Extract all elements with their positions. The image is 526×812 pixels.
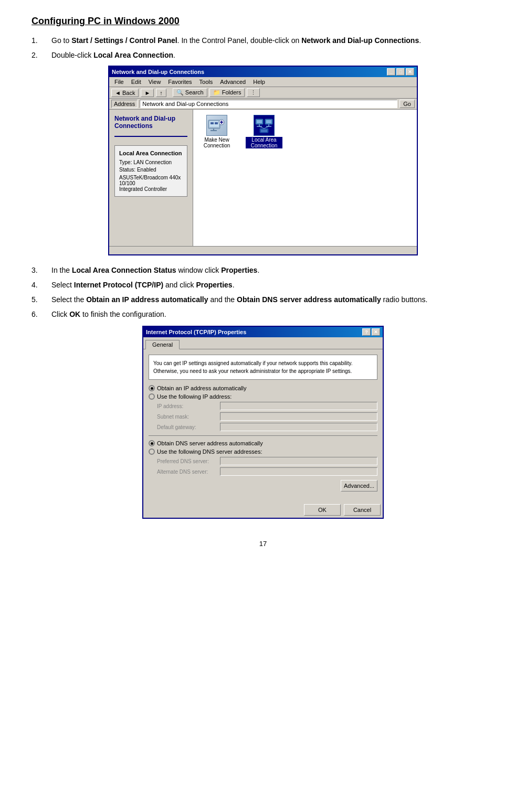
svg-rect-10 [257,120,262,123]
step-5-text-mid: and the [208,295,237,304]
toolbar-more[interactable]: ⋮ [247,88,260,97]
radio-ip-manual-row: Use the following IP address: [149,393,377,400]
field-alternate-label: Alternate DNS server: [157,469,220,475]
field-ip-label: IP address: [157,403,220,409]
toolbar-folders[interactable]: 📁 Folders [209,88,245,97]
tcpip-screenshot: Internet Protocol (TCP/IP) Properties ? … [31,326,495,519]
svg-rect-3 [215,122,218,124]
step-3-text-after: . [257,266,259,274]
info-status: Status: Enabled [119,167,183,173]
step-2-num: 2. [31,51,46,59]
radio-dns-manual[interactable] [149,448,155,455]
step-3-content: In the Local Area Connection Status wind… [51,266,495,274]
menu-file[interactable]: File [111,78,127,86]
dialup-sidebar: Network and Dial-up Connections Local Ar… [109,110,193,246]
step-6-text-after: to finish the configuration. [80,310,166,318]
close-button[interactable]: ✕ [406,68,414,76]
icon-local-area-connection[interactable]: Local Area Connection [246,115,282,148]
field-gateway-label: Default gateway: [157,424,220,430]
step-1-bold1: Start / Settings / Control Panel [71,36,177,45]
toolbar-forward[interactable]: ► [141,89,154,97]
radio-dns-auto[interactable] [149,440,155,446]
step-3-bold2: Properties [221,266,257,274]
page-number: 17 [31,540,495,548]
toolbar-up[interactable]: ↑ [156,89,166,97]
screenshot-1-container: Network and Dial-up Connections _ □ ✕ Fi… [31,66,495,255]
radio-ip-auto[interactable] [149,385,155,391]
dialup-icons-row: Make New Connection [198,115,412,148]
local-area-connection-icon [254,115,275,136]
toolbar-search[interactable]: 🔍 Search [173,88,207,97]
ok-button[interactable]: OK [304,504,341,516]
info-panel-title: Local Area Connection [119,150,183,156]
step-5-content: Select the Obtain an IP address automati… [51,295,495,304]
step-3-text-before: In the [51,266,72,274]
menu-favorites[interactable]: Favorites [165,78,195,86]
menu-help[interactable]: Help [250,78,268,86]
step-1: 1. Go to Start / Settings / Control Pane… [31,36,495,45]
menu-edit[interactable]: Edit [128,78,144,86]
dialup-addressbar: Address Network and Dial-up Connections … [109,99,417,110]
field-gateway-input [220,423,377,431]
go-button[interactable]: Go [399,100,415,108]
make-new-connection-icon [206,115,227,136]
radio-ip-manual[interactable] [149,393,155,400]
tcpip-info-text: You can get IP settings assigned automat… [149,355,377,380]
maximize-button[interactable]: □ [396,68,405,76]
step-1-content: Go to Start / Settings / Control Panel. … [51,36,495,45]
dialup-toolbar: ◄ Back ► ↑ 🔍 Search 📁 Folders ⋮ [109,87,417,99]
radio-ip-auto-label: Obtain an IP address automatically [157,385,246,391]
step-2: 2. Double-click Local Area Connection. [31,51,495,59]
step-3: 3. In the Local Area Connection Status w… [31,266,495,274]
icon-make-new-connection[interactable]: Make New Connection [198,115,235,148]
step-4-bold2: Properties [196,281,232,289]
step-5-bold2: Obtain DNS server address automatically [237,295,381,304]
menu-tools[interactable]: Tools [196,78,216,86]
info-device2: Integrated Controller [119,186,183,192]
tcpip-titlebar: Internet Protocol (TCP/IP) Properties ? … [143,327,383,337]
radio-dns-auto-label: Obtain DNS server address automatically [157,440,263,446]
step-5-text-before: Select the [51,295,86,304]
step-1-text-after: . [419,36,421,45]
svg-rect-18 [261,130,267,132]
tcpip-help-button[interactable]: ? [362,328,371,336]
field-subnet-row: Subnet mask: [157,412,377,421]
menu-advanced[interactable]: Advanced [217,78,249,86]
field-ip-row: IP address: [157,402,377,410]
step-6-text-before: Click [51,310,69,318]
field-preferred-label: Preferred DNS server: [157,458,220,464]
tab-general[interactable]: General [145,340,180,349]
steps-list: 1. Go to Start / Settings / Control Pane… [31,36,495,519]
field-gateway-row: Default gateway: [157,423,377,431]
step-2-text-after: . [173,51,175,59]
field-alternate-row: Alternate DNS server: [157,467,377,476]
tcpip-bottom-buttons: OK Cancel [143,501,383,518]
step-1-num: 1. [31,36,46,45]
cancel-button[interactable]: Cancel [344,504,381,516]
advanced-button[interactable]: Advanced... [341,480,377,492]
tcpip-body: You can get IP settings assigned automat… [143,349,383,501]
minimize-button[interactable]: _ [387,68,395,76]
dialup-window: Network and Dial-up Connections _ □ ✕ Fi… [108,66,418,255]
field-ip-input [220,402,377,410]
step-6-bold1: OK [69,310,80,318]
section-divider [149,435,377,436]
svg-rect-14 [266,120,271,123]
tcpip-close-button[interactable]: ✕ [372,328,380,336]
step-5: 5. Select the Obtain an IP address autom… [31,295,495,304]
step-4-text-before: Select [51,281,74,289]
local-area-connection-label: Local Area Connection [246,137,282,148]
radio-ip-manual-label: Use the following IP address: [157,393,232,400]
dialup-titlebar: Network and Dial-up Connections _ □ ✕ [109,67,417,77]
step-4-text-mid: and click [163,281,196,289]
step-1-text-mid: . In the Control Panel, double-click on [177,36,302,45]
field-preferred-row: Preferred DNS server: [157,457,377,465]
tcpip-tab-bar: General [143,337,383,349]
field-preferred-input [220,457,377,465]
info-type: Type: LAN Connection [119,159,183,165]
dialup-title: Network and Dial-up Connections [112,69,204,75]
dialup-info-panel: Local Area Connection Type: LAN Connecti… [114,145,187,197]
toolbar-back[interactable]: ◄ Back [111,89,139,97]
address-input[interactable]: Network and Dial-up Connections [140,100,397,108]
menu-view[interactable]: View [145,78,164,86]
